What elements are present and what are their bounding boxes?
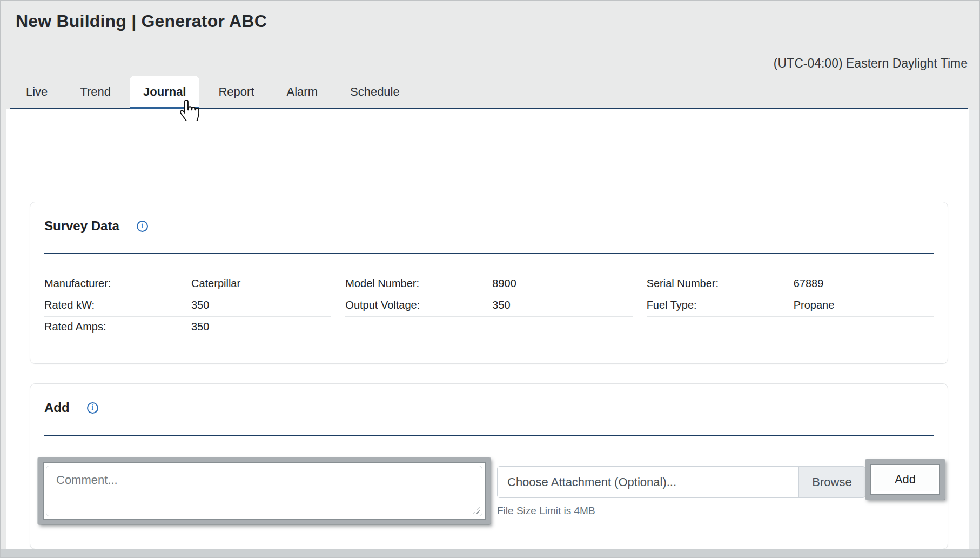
field-label: Model Number: (345, 277, 492, 290)
tab-live[interactable]: Live (12, 76, 61, 108)
browse-button[interactable]: Browse (798, 467, 865, 497)
tab-alarm[interactable]: Alarm (273, 76, 331, 108)
card-divider (44, 435, 934, 436)
timezone-label: (UTC-04:00) Eastern Daylight Time (774, 56, 968, 71)
field-output-voltage: Output Voltage: 350 (345, 295, 632, 317)
add-card: Add i Choose Attachmen (30, 383, 948, 549)
tab-report[interactable]: Report (205, 76, 267, 108)
vertical-scrollbar[interactable] (969, 110, 979, 549)
horizontal-scrollbar[interactable] (1, 549, 979, 557)
field-label: Rated Amps: (44, 321, 191, 333)
info-icon[interactable]: i (137, 221, 148, 232)
field-fuel-type: Fuel Type: Propane (647, 295, 934, 317)
survey-data-card: Survey Data i Manufacturer: Caterpillar … (30, 202, 948, 364)
file-size-note: File Size Limit is 4MB (497, 505, 865, 517)
add-title: Add (44, 400, 70, 415)
app-window: New Building | Generator ABC (UTC-04:00)… (0, 0, 980, 558)
field-value: 8900 (492, 277, 632, 290)
field-value: Propane (794, 299, 934, 311)
content-area: Survey Data i Manufacturer: Caterpillar … (6, 109, 969, 549)
card-divider (44, 253, 934, 254)
comment-input[interactable] (46, 466, 482, 516)
field-serial-number: Serial Number: 67889 (647, 274, 934, 295)
field-value: 350 (191, 299, 331, 311)
field-rated-amps: Rated Amps: 350 (44, 317, 331, 338)
tab-schedule[interactable]: Schedule (337, 76, 413, 108)
attachment-placeholder: Choose Attachment (Optional)... (498, 467, 798, 497)
field-value: Caterpillar (191, 277, 331, 290)
field-model-number: Model Number: 8900 (345, 274, 632, 295)
comment-highlight-frame (38, 457, 491, 524)
add-form: Choose Attachment (Optional)... Browse F… (38, 457, 934, 524)
field-value: 350 (191, 321, 331, 333)
header: New Building | Generator ABC (UTC-04:00)… (1, 1, 979, 109)
tab-bar: Live Trend Journal Report Alarm Schedule (10, 76, 968, 109)
tab-trend[interactable]: Trend (66, 76, 124, 108)
field-manufacturer: Manufacturer: Caterpillar (44, 274, 331, 295)
survey-data-title: Survey Data (44, 218, 119, 234)
field-value: 350 (492, 299, 632, 311)
attachment-column: Choose Attachment (Optional)... Browse F… (497, 466, 865, 517)
field-value: 67889 (794, 277, 934, 290)
field-label: Serial Number: (647, 277, 794, 290)
field-label: Manufacturer: (44, 277, 191, 290)
add-button-highlight-frame: Add (865, 459, 945, 500)
page-title: New Building | Generator ABC (16, 11, 267, 31)
field-label: Fuel Type: (647, 299, 794, 311)
field-rated-kw: Rated kW: 350 (44, 295, 331, 317)
survey-fields: Manufacturer: Caterpillar Rated kW: 350 … (44, 274, 934, 338)
info-icon[interactable]: i (87, 402, 98, 414)
field-label: Rated kW: (44, 299, 191, 311)
tab-journal[interactable]: Journal (130, 76, 199, 108)
comment-box (46, 466, 482, 516)
attachment-input[interactable]: Choose Attachment (Optional)... Browse (497, 466, 865, 498)
add-button[interactable]: Add (874, 467, 937, 491)
field-label: Output Voltage: (345, 299, 492, 311)
